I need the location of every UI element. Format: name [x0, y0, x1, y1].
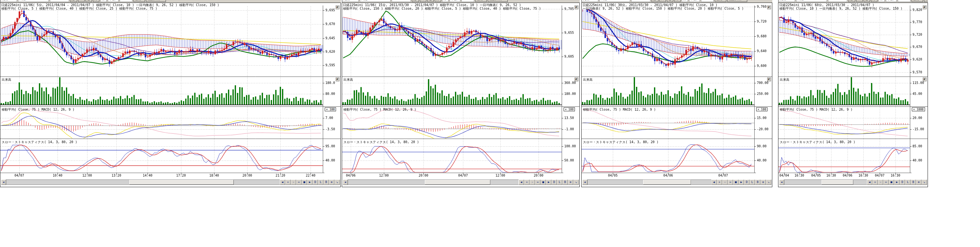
toolbar-control-4[interactable]: 日: [856, 0, 863, 2]
toolbar-control-9[interactable]: 600: [701, 0, 714, 2]
toolbar-control-5[interactable]: 週: [864, 0, 870, 2]
scrollbar-track[interactable]: [587, 180, 711, 185]
chart-tool-button-⊕[interactable]: ⊕: [916, 180, 921, 185]
pane-collapse-button[interactable]: ◤: [767, 78, 771, 81]
scrollbar-thumb[interactable]: [643, 180, 690, 185]
chart-tool-button-－[interactable]: －: [291, 180, 296, 185]
panel-toolbar[interactable]: 先物日経225mini11/06足日週月分本数600適用複数銘柄: [581, 0, 772, 3]
toolbar-control-4[interactable]: 日: [78, 0, 84, 2]
chart-tool-button-◀[interactable]: ◀: [280, 180, 285, 185]
toolbar-control-10[interactable]: 適用: [715, 0, 726, 2]
toolbar-control-6[interactable]: 月: [93, 0, 99, 2]
toolbar-control-10[interactable]: 適用: [134, 0, 145, 2]
chart-tool-button-↘[interactable]: ↘: [573, 180, 579, 185]
chart-tool-button-L[interactable]: L: [557, 180, 562, 185]
toolbar-control-9[interactable]: 600: [119, 0, 132, 2]
chart-tool-button-＋[interactable]: ＋: [285, 180, 291, 185]
pane-collapse-button[interactable]: ◤: [923, 5, 927, 10]
toolbar-control-6[interactable]: 月: [435, 0, 441, 2]
pane-collapse-button[interactable]: ◤: [574, 78, 578, 81]
toolbar-control-2[interactable]: 11/06: [50, 0, 69, 2]
chart-tool-button-⊕[interactable]: ⊕: [568, 180, 573, 185]
chart-tool-button-⊕[interactable]: ⊕: [329, 180, 334, 185]
chart-tool-button-■[interactable]: ■: [541, 180, 546, 185]
scrollbar-track[interactable]: [348, 180, 519, 185]
chart-tool-button-↔[interactable]: ↔: [296, 180, 302, 185]
toolbar-control-1[interactable]: 日経225mini: [18, 0, 49, 2]
toolbar-control-10[interactable]: 適用: [912, 0, 923, 2]
toolbar-control-4[interactable]: 日: [659, 0, 666, 2]
chart-tool-button-▶[interactable]: ▶: [894, 180, 900, 185]
chart-tool-button-◀[interactable]: ◀: [711, 180, 717, 185]
chart-tool-button-▶[interactable]: ▶: [738, 180, 744, 185]
chart-tool-button-⊕[interactable]: ⊕: [760, 180, 766, 185]
toolbar-control-7[interactable]: 分: [100, 0, 107, 2]
toolbar-control-11[interactable]: 複数銘柄: [146, 0, 166, 2]
toolbar-control-5[interactable]: 週: [427, 0, 434, 2]
chart-tool-button-L[interactable]: L: [905, 180, 910, 185]
chart-tool-button-↘[interactable]: ↘: [921, 180, 927, 185]
chart-tool-button-▶[interactable]: ▶: [307, 180, 312, 185]
chart-tool-button-B[interactable]: B: [755, 180, 760, 185]
chart-canvas[interactable]: [342, 3, 579, 179]
toolbar-control-7[interactable]: 分: [442, 0, 449, 2]
toolbar-control-8[interactable]: 本数: [886, 0, 897, 2]
toolbar-control-11[interactable]: 複数銘柄: [488, 0, 508, 2]
toolbar-control-0[interactable]: 先物: [0, 0, 17, 2]
pane-collapse-button[interactable]: ◤: [574, 5, 578, 10]
toolbar-control-7[interactable]: 分: [682, 0, 688, 2]
toolbar-control-10[interactable]: 適用: [475, 0, 487, 2]
toolbar-control-6[interactable]: 月: [871, 0, 877, 2]
chart-tool-button-＋[interactable]: ＋: [524, 180, 530, 185]
chart-tool-button-L[interactable]: L: [749, 180, 755, 185]
scrollbar-left-arrow-button[interactable]: ◄: [343, 180, 348, 185]
toolbar-control-9[interactable]: 600: [461, 0, 474, 2]
chart-tool-button-◀[interactable]: ◀: [867, 180, 872, 185]
chart-tool-button-■[interactable]: ■: [733, 180, 738, 185]
chart-tool-button-B[interactable]: B: [910, 180, 916, 185]
toolbar-control-11[interactable]: 複数銘柄: [727, 0, 747, 2]
scrollbar-thumb[interactable]: [821, 180, 854, 185]
panel-toolbar[interactable]: 先物日経225mini11/06足日週月分本数600適用複数銘柄: [342, 0, 580, 3]
toolbar-control-5[interactable]: 週: [86, 0, 92, 2]
panel-toolbar[interactable]: 先物日経225mini11/06足日週月分本数600適用複数銘柄: [778, 0, 928, 3]
pane-collapse-button[interactable]: ◤: [336, 5, 339, 10]
pane-collapse-button[interactable]: ◤: [336, 78, 339, 81]
chart-tool-button-B[interactable]: B: [323, 180, 329, 185]
toolbar-control-8[interactable]: 本数: [450, 0, 460, 2]
chart-tool-button-D[interactable]: D: [312, 180, 318, 185]
toolbar-control-6[interactable]: 月: [674, 0, 681, 2]
chart-tool-button-◀[interactable]: ◀: [519, 180, 524, 185]
scrollbar-thumb[interactable]: [425, 180, 490, 185]
toolbar-control-8[interactable]: 本数: [689, 0, 700, 2]
toolbar-control-11[interactable]: 複数銘柄: [924, 0, 928, 2]
toolbar-control-7[interactable]: 分: [878, 0, 885, 2]
chart-tool-button-－[interactable]: －: [530, 180, 535, 185]
chart-canvas[interactable]: [0, 3, 340, 179]
toolbar-control-9[interactable]: 600: [898, 0, 910, 2]
scrollbar-left-arrow-button[interactable]: ◄: [582, 180, 587, 185]
pane-collapse-button[interactable]: ◤: [767, 5, 771, 10]
toolbar-control-3[interactable]: 足: [412, 0, 419, 2]
toolbar-control-0[interactable]: 先物: [342, 0, 359, 2]
chart-tool-button-↘[interactable]: ↘: [766, 180, 772, 185]
toolbar-control-3[interactable]: 足: [70, 0, 77, 2]
toolbar-control-1[interactable]: 日経225mini: [796, 0, 827, 2]
scrollbar-thumb[interactable]: [129, 180, 234, 185]
chart-tool-button-■[interactable]: ■: [889, 180, 894, 185]
toolbar-control-1[interactable]: 日経225mini: [599, 0, 630, 2]
chart-tool-button-D[interactable]: D: [744, 180, 749, 185]
chart-tool-button-■[interactable]: ■: [302, 180, 307, 185]
chart-tool-button-▶[interactable]: ▶: [546, 180, 551, 185]
chart-tool-button-－[interactable]: －: [878, 180, 883, 185]
chart-tool-button-↔[interactable]: ↔: [883, 180, 889, 185]
scrollbar-left-arrow-button[interactable]: ◄: [1, 180, 6, 185]
pane-collapse-button[interactable]: ◤: [923, 78, 927, 81]
chart-tool-button-＋[interactable]: ＋: [717, 180, 722, 185]
toolbar-control-0[interactable]: 先物: [582, 0, 598, 2]
scrollbar-track[interactable]: [6, 180, 280, 185]
toolbar-control-5[interactable]: 週: [667, 0, 673, 2]
chart-tool-button-L[interactable]: L: [318, 180, 323, 185]
chart-tool-button-＋[interactable]: ＋: [872, 180, 878, 185]
panel-toolbar[interactable]: 先物日経225mini11/06足日週月分本数600適用複数銘柄: [0, 0, 341, 3]
